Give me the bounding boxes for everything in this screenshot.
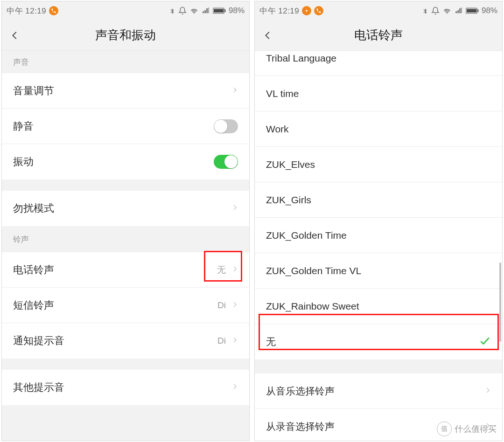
canvas: 中午 12:19 98% 声音和振动 声音 音量调节: [0, 0, 504, 442]
toggle-vibrate[interactable]: [214, 155, 238, 169]
wifi-icon: [189, 7, 199, 14]
chevron-icon: [231, 202, 238, 214]
svg-rect-5: [467, 9, 476, 12]
gap: [2, 405, 249, 441]
back-button[interactable]: [2, 20, 28, 50]
alarm-icon: [178, 7, 187, 15]
phone-ringtone-picker: 中午 12:19 98% 电话铃声: [254, 1, 503, 441]
toggle-mute[interactable]: [214, 119, 238, 133]
label-vibrate: 振动: [13, 155, 34, 169]
watermark: 值 什么值得买: [437, 421, 497, 436]
watermark-text: 什么值得买: [455, 423, 497, 435]
label-dnd: 勿扰模式: [13, 201, 54, 215]
ringtone-list[interactable]: Tribal Language VL time Work ZUK_Elves Z…: [255, 51, 502, 359]
row-notification-sound[interactable]: 通知提示音 Di: [2, 323, 249, 359]
section-header-ring: 铃声: [2, 226, 249, 252]
label-sms-ringtone: 短信铃声: [13, 298, 54, 312]
battery-pct: 98%: [229, 6, 245, 15]
ringtone-item[interactable]: ZUK_Girls: [255, 182, 502, 218]
header: 声音和振动: [2, 20, 249, 51]
row-volume[interactable]: 音量调节: [2, 73, 249, 109]
scrollbar-thumb[interactable]: [499, 262, 501, 342]
signal-icon: [455, 7, 463, 14]
label-phone-ringtone: 电话铃声: [13, 263, 54, 277]
row-phone-ringtone[interactable]: 电话铃声 无: [2, 252, 249, 288]
row-from-music[interactable]: 从音乐选择铃声: [255, 373, 502, 409]
battery-pct: 98%: [482, 6, 497, 15]
svg-rect-2: [224, 9, 225, 12]
watermark-badge: 值: [437, 421, 452, 436]
value-sms-ringtone: Di: [217, 300, 226, 311]
svg-rect-1: [214, 9, 224, 12]
gap: [2, 180, 249, 191]
status-time: 中午 12:19: [7, 6, 46, 16]
row-vibrate: 振动: [2, 144, 249, 180]
status-bar: 中午 12:19 98%: [255, 1, 502, 20]
row-sms-ringtone[interactable]: 短信铃声 Di: [2, 288, 249, 323]
chevron-icon: [231, 299, 238, 311]
section-header-sound: 声音: [2, 51, 249, 73]
status-time: 中午 12:19: [259, 6, 299, 16]
chevron-icon: [231, 85, 238, 97]
signal-icon: [202, 7, 210, 14]
svg-point-3: [306, 10, 308, 11]
status-bar: 中午 12:19 98%: [2, 1, 249, 20]
ringtone-item[interactable]: ZUK_Golden Time: [255, 218, 502, 253]
battery-icon: [466, 7, 479, 14]
bluetooth-icon: [422, 7, 428, 15]
chevron-icon: [484, 385, 491, 397]
label-notification-sound: 通知提示音: [13, 334, 64, 348]
row-other-sounds[interactable]: 其他提示音: [2, 370, 249, 405]
label-mute: 静音: [13, 119, 34, 133]
alarm-icon: [431, 7, 440, 15]
chevron-icon: [231, 335, 238, 347]
label-from-music: 从音乐选择铃声: [266, 385, 335, 398]
page-title: 声音和振动: [2, 27, 249, 43]
gap: [255, 359, 502, 373]
battery-icon: [213, 7, 226, 14]
ringtone-item[interactable]: VL time: [255, 76, 502, 111]
status-dot-icon: [302, 6, 311, 15]
page-title: 电话铃声: [255, 27, 502, 43]
phone-status-icon: [314, 6, 323, 15]
ringtone-item[interactable]: Work: [255, 111, 502, 147]
row-dnd[interactable]: 勿扰模式: [2, 191, 249, 226]
header: 电话铃声: [255, 20, 502, 51]
phone-status-icon: [49, 6, 58, 15]
wifi-icon: [442, 7, 452, 14]
gap: [2, 359, 249, 370]
label-from-recording: 从录音选择铃声: [266, 420, 335, 433]
phone-sound-settings: 中午 12:19 98% 声音和振动 声音 音量调节: [1, 1, 250, 441]
check-icon: [479, 335, 491, 349]
bluetooth-icon: [169, 7, 175, 15]
ringtone-item[interactable]: ZUK_Rainbow Sweet: [255, 289, 502, 324]
chevron-icon: [231, 381, 238, 394]
back-button[interactable]: [255, 20, 280, 50]
chevron-icon: [231, 264, 238, 276]
ringtone-item-selected[interactable]: 无: [255, 324, 502, 359]
ringtone-item[interactable]: Tribal Language: [255, 51, 502, 76]
value-notification-sound: Di: [217, 336, 226, 346]
label-other-sounds: 其他提示音: [13, 380, 64, 394]
svg-rect-6: [477, 9, 478, 12]
ringtone-item[interactable]: ZUK_Elves: [255, 147, 502, 182]
label-volume: 音量调节: [13, 84, 54, 98]
ringtone-item[interactable]: ZUK_Golden Time VL: [255, 253, 502, 289]
row-mute: 静音: [2, 109, 249, 144]
label-none: 无: [266, 335, 276, 348]
value-phone-ringtone: 无: [217, 264, 226, 276]
